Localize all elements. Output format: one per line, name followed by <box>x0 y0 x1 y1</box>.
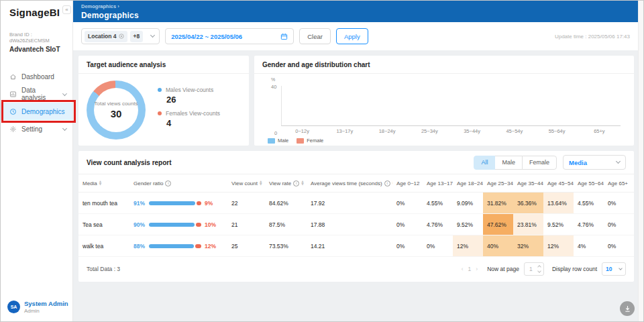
table-row: walk tea88%12%2573.53%14.210%0%12%40%32%… <box>78 235 634 257</box>
page-input[interactable]: 1 <box>524 262 544 276</box>
total-data-label: Total Data : 3 <box>87 266 120 272</box>
legend-male-value: 26 <box>166 95 220 105</box>
column-header-gender-ratio: Gender ratio <box>129 174 227 192</box>
column-header-view-rate[interactable]: View rate <box>265 174 307 192</box>
filter-all-button[interactable]: All <box>474 156 495 170</box>
male-bar <box>149 201 195 205</box>
filter-male-button[interactable]: Male <box>494 156 523 170</box>
column-header-age-0-12: Age 0~12 <box>392 174 423 192</box>
donut-chart: Total views counts 30 <box>87 80 146 140</box>
column-header-age-35-44: Age 35~44 <box>513 174 543 192</box>
legend-male-text: Male <box>278 138 288 144</box>
next-page-icon[interactable]: › <box>476 266 478 272</box>
location-extra-tag[interactable]: +8 <box>130 31 144 42</box>
sidebar-item-setting[interactable]: Setting <box>1 120 72 138</box>
date-range-input[interactable]: 2025/04/22 ~ 2025/05/06 <box>165 28 294 44</box>
sidebar-item-label: Dashboard <box>21 73 54 80</box>
clear-button[interactable]: Clear <box>299 28 331 44</box>
calendar-icon <box>280 33 288 40</box>
filter-bar: Location 4 +8 2025/04/22 ~ 2025/05/06 Cl… <box>73 22 643 50</box>
column-header-age-13-17: Age 13~17 <box>423 174 453 192</box>
column-header-media[interactable]: Media <box>78 174 129 192</box>
cell-view-rate: 87.5% <box>265 214 307 235</box>
sidebar-menu: Dashboard Data analysis Demographics Set… <box>1 68 72 138</box>
apply-button[interactable]: Apply <box>336 28 368 44</box>
cell-gender-ratio: 88%12% <box>129 235 227 256</box>
info-icon[interactable] <box>384 180 390 186</box>
brand-name: Advantech SIoT <box>9 46 72 53</box>
column-header-average-views-time-seconds[interactable]: Average views time (seconds) <box>307 174 392 192</box>
audience-card-title: Target audience analysis <box>87 61 166 68</box>
brand-block: Brand ID : dWa26ZsECMSM Advantech SIoT <box>1 18 72 53</box>
donut-center: Total views counts 30 <box>94 88 138 132</box>
cell-age-6: 4% <box>574 235 604 256</box>
gear-icon <box>9 125 17 133</box>
male-ratio: 88% <box>133 243 145 250</box>
sidebar-item-label: Demographics <box>21 108 64 115</box>
legend-female: Female <box>297 138 323 144</box>
female-ratio: 12% <box>205 243 216 250</box>
filter-female-button[interactable]: Female <box>522 156 557 170</box>
breadcrumb[interactable]: Demographics › <box>81 3 635 9</box>
column-label: Age 45~54 <box>547 180 574 186</box>
column-header-age-18-24: Age 18~24 <box>453 174 483 192</box>
app-window: SignageBI « Brand ID : dWa26ZsECMSM Adva… <box>0 0 644 322</box>
page-number[interactable]: 1 <box>468 266 472 272</box>
bar-legend: Male Female <box>268 138 625 144</box>
legend-item-male: Males View-counts <box>158 87 220 93</box>
male-dot-icon <box>158 88 162 92</box>
cell-gender-ratio: 90%10% <box>129 214 227 235</box>
brand-id: Brand ID : dWa26ZsECMSM <box>9 32 72 44</box>
gender-ratio-bar <box>149 201 201 205</box>
female-ratio: 9% <box>205 200 213 207</box>
sidebar-collapse-button[interactable]: « <box>62 5 71 14</box>
location-tag[interactable]: Location 4 <box>85 31 127 42</box>
row-count-dropdown[interactable]: 10 <box>602 262 626 276</box>
column-header-view-count[interactable]: View count <box>227 174 265 192</box>
gender-ratio-bar <box>149 244 201 248</box>
sort-icon[interactable] <box>260 180 262 185</box>
cell-age-2: 9.09% <box>453 193 483 213</box>
cell-view-count: 21 <box>227 214 265 235</box>
info-icon[interactable] <box>165 180 171 186</box>
column-label: Age 0~12 <box>396 180 419 186</box>
sort-icon[interactable] <box>301 180 303 185</box>
info-icon[interactable] <box>293 180 299 186</box>
cell-age-0: 0% <box>392 235 423 256</box>
cell-age-7: 0% <box>604 193 634 213</box>
breadcrumb-item[interactable]: Demographics <box>81 3 116 9</box>
cell-age-0: 0% <box>392 193 423 213</box>
sidebar-item-data-analysis[interactable]: Data analysis <box>1 85 72 103</box>
report-card-head: View count analysis report All Male Fema… <box>78 151 634 174</box>
cell-gender-ratio: 91%9% <box>129 193 227 213</box>
sidebar-item-demographics[interactable]: Demographics <box>1 103 72 120</box>
cell-age-6: 4.76% <box>574 214 604 235</box>
cell-media: Tea sea <box>78 214 129 235</box>
male-ratio: 91% <box>133 200 145 207</box>
legend-male-label: Males View-counts <box>166 87 213 93</box>
y-axis-unit: % <box>271 77 275 82</box>
x-tick-label: 35~44y <box>461 128 484 134</box>
x-tick-label: 0~12y <box>291 128 314 134</box>
scrollbar[interactable] <box>638 1 643 321</box>
cell-age-2: 12% <box>453 235 483 256</box>
remove-tag-icon[interactable] <box>119 34 124 39</box>
table-row: Tea sea90%10%2187.5%17.880%4.76%9.52%47.… <box>78 214 634 235</box>
male-swatch-icon <box>268 138 275 144</box>
cell-avg-time: 17.88 <box>307 214 392 235</box>
cell-avg-time: 14.21 <box>307 235 392 256</box>
media-dropdown[interactable]: Media <box>563 155 626 170</box>
sidebar-item-dashboard[interactable]: Dashboard <box>1 68 72 85</box>
cell-avg-time: 17.92 <box>307 193 392 213</box>
sort-icon[interactable] <box>99 180 101 185</box>
location-select[interactable]: Location 4 +8 <box>81 28 160 44</box>
user-menu[interactable]: SA System Admin Admin <box>7 300 68 314</box>
download-button[interactable] <box>620 301 635 316</box>
column-header-age-45-54: Age 45~54 <box>543 174 574 192</box>
cell-age-4: 36.36% <box>513 193 543 213</box>
stepper-carets[interactable] <box>538 266 541 272</box>
prev-page-icon[interactable]: ‹ <box>462 266 464 272</box>
card-head: Target audience analysis <box>78 56 249 74</box>
cell-view-rate: 84.62% <box>265 193 307 213</box>
cell-view-count: 22 <box>227 193 265 213</box>
